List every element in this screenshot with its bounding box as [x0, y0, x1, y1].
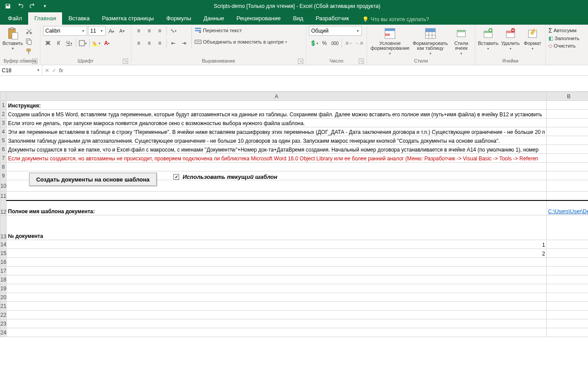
tab-file[interactable]: Файл — [2, 12, 28, 25]
cell[interactable]: 1 — [7, 240, 547, 249]
font-name-select[interactable]: Calibri▼ — [43, 26, 87, 36]
cell[interactable] — [7, 311, 547, 319]
row-header[interactable]: 3 — [0, 119, 7, 127]
dialog-launcher-icon[interactable]: ↘ — [298, 59, 303, 64]
cell[interactable]: № документа — [7, 215, 547, 240]
cell[interactable] — [7, 284, 547, 293]
row-header[interactable]: 9 — [0, 171, 7, 180]
row-header[interactable]: 2 — [0, 110, 7, 119]
cell-template-path[interactable]: C:\Users\User\De — [547, 200, 588, 215]
percent-format-icon[interactable]: % — [320, 38, 329, 48]
row-header[interactable]: 19 — [0, 284, 7, 293]
cell[interactable] — [7, 192, 547, 200]
create-documents-button[interactable]: Создать документы на основе шаблона — [29, 173, 157, 186]
number-format-select[interactable]: Общий▼ — [309, 26, 362, 36]
cell[interactable] — [7, 328, 547, 337]
underline-button[interactable]: Ч▾ — [64, 38, 74, 48]
cell[interactable]: Если этого не делать, при запуске макрос… — [7, 119, 547, 127]
font-color-icon[interactable]: A▾ — [102, 38, 112, 48]
cell-styles-button[interactable]: Стили ячеек▾ — [450, 26, 472, 56]
row-header[interactable]: 15 — [0, 249, 7, 258]
formula-input[interactable] — [66, 65, 588, 75]
row-header[interactable]: 13 — [0, 215, 7, 240]
increase-font-icon[interactable]: A▴ — [107, 26, 116, 36]
undo-icon[interactable] — [15, 1, 26, 11]
clear-button[interactable]: ◇Очистить — [548, 43, 576, 49]
cell[interactable] — [7, 319, 547, 328]
align-left-icon[interactable]: ≡ — [134, 38, 143, 48]
row-header[interactable]: 11 — [0, 192, 7, 200]
row-header[interactable]: 20 — [0, 293, 7, 302]
redo-icon[interactable] — [27, 1, 38, 11]
dialog-launcher-icon[interactable]: ↘ — [123, 59, 128, 64]
increase-decimal-icon[interactable]: .0→ — [344, 38, 353, 48]
row-header[interactable]: 5 — [0, 136, 7, 145]
cell[interactable] — [7, 163, 547, 171]
row-header[interactable]: 1 — [0, 101, 7, 110]
align-middle-icon[interactable]: ≡ — [144, 26, 154, 36]
delete-cells-button[interactable]: Удалить▾ — [500, 26, 521, 51]
tab-review[interactable]: Рецензирование — [230, 12, 287, 25]
row-header[interactable]: 22 — [0, 311, 7, 319]
tab-page-layout[interactable]: Разметка страницы — [96, 12, 160, 25]
column-headers[interactable]: ABCDEFGHIJKLM — [0, 92, 588, 101]
cell[interactable]: Создаем шаблон в MS Word, вставляем туда… — [7, 110, 547, 119]
align-right-icon[interactable]: ≡ — [155, 38, 165, 48]
row-header[interactable]: 6 — [0, 145, 7, 154]
align-center-icon[interactable]: ≡ — [144, 38, 154, 48]
font-size-select[interactable]: 11▼ — [88, 26, 106, 36]
merge-center-button[interactable]: Объединить и поместить в центре▾ — [195, 38, 287, 45]
cell[interactable] — [7, 258, 547, 267]
row-header[interactable]: 21 — [0, 302, 7, 311]
tab-data[interactable]: Данные — [197, 12, 230, 25]
row-header[interactable]: 10 — [0, 180, 7, 192]
cell[interactable]: Инструкция: — [7, 101, 547, 110]
row-header[interactable]: 4 — [0, 127, 7, 136]
cell[interactable] — [7, 275, 547, 284]
paste-button[interactable]: Вставить ▼ — [3, 26, 23, 51]
insert-function-icon[interactable]: fx — [59, 67, 63, 74]
dialog-launcher-icon[interactable]: ↘ — [359, 59, 364, 64]
tab-formulas[interactable]: Формулы — [160, 12, 198, 25]
cell[interactable]: 2 — [7, 249, 547, 258]
orientation-icon[interactable]: ⤡▾ — [169, 26, 178, 36]
cell[interactable]: Полное имя шаблона документа: — [7, 200, 547, 215]
cell[interactable] — [547, 215, 588, 240]
border-icon[interactable]: ▾ — [78, 38, 88, 48]
row-header[interactable]: 24 — [0, 328, 7, 337]
decrease-indent-icon[interactable]: ⇤ — [169, 38, 178, 48]
decrease-font-icon[interactable]: A▾ — [117, 26, 127, 36]
cell[interactable] — [547, 240, 588, 249]
name-box[interactable]: C18▼ — [0, 65, 42, 75]
wrap-text-button[interactable]: Перенести текст — [195, 27, 287, 34]
cancel-formula-icon[interactable]: ✕ — [45, 67, 49, 74]
row-header[interactable]: 14 — [0, 240, 7, 249]
row-header[interactable]: 16 — [0, 258, 7, 267]
row-header[interactable]: 23 — [0, 319, 7, 328]
row-header[interactable]: 8 — [0, 163, 7, 171]
tab-home[interactable]: Главная — [28, 12, 62, 25]
insert-cells-button[interactable]: Вставить▾ — [478, 26, 499, 51]
tell-me-search[interactable]: 💡 Что вы хотите сделать? — [359, 14, 433, 25]
save-icon[interactable] — [3, 1, 13, 11]
align-bottom-icon[interactable]: ≡ — [155, 26, 165, 36]
select-all-corner[interactable] — [0, 92, 7, 101]
cell[interactable] — [7, 267, 547, 275]
fill-button[interactable]: ◧Заполнить — [548, 35, 579, 41]
fill-color-icon[interactable]: ▾ — [92, 38, 101, 48]
cell[interactable]: Заполняем таблицу данными для автозаполн… — [7, 136, 547, 145]
align-top-icon[interactable]: ≡ — [134, 26, 143, 36]
bold-button[interactable]: Ж — [43, 38, 53, 48]
qat-customize-icon[interactable]: ▼ — [40, 1, 50, 11]
cell[interactable] — [7, 302, 547, 311]
cut-icon[interactable] — [25, 27, 33, 36]
tab-view[interactable]: Вид — [287, 12, 310, 25]
copy-icon[interactable] — [25, 37, 33, 46]
italic-button[interactable]: К — [54, 38, 63, 48]
format-cells-button[interactable]: Формат▾ — [522, 26, 543, 51]
comma-format-icon[interactable]: 000 — [330, 38, 340, 48]
use-current-template-checkbox[interactable]: ✓ Использовать текущий шаблон — [173, 174, 277, 180]
autosum-button[interactable]: ΣАвтосумм — [548, 27, 577, 34]
increase-indent-icon[interactable]: ⇥ — [179, 38, 189, 48]
row-header[interactable]: 18 — [0, 275, 7, 284]
